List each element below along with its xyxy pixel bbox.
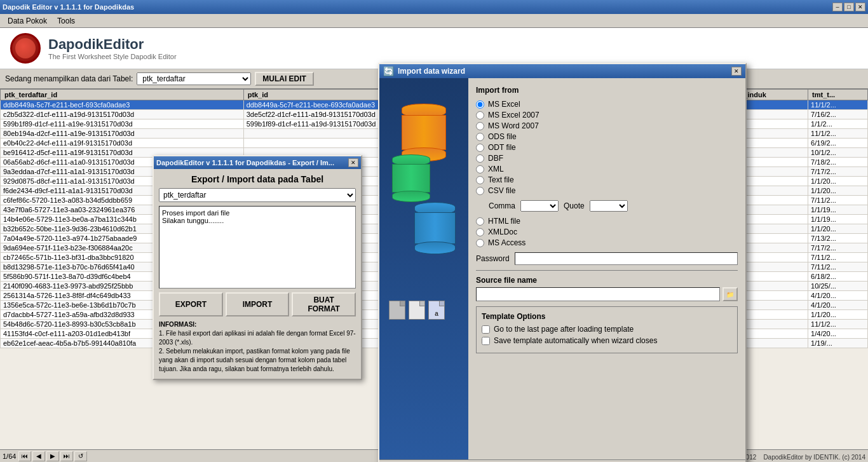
password-label: Password [476, 254, 510, 263]
logo-inner [15, 38, 36, 58]
export-button[interactable]: EXPORT [159, 292, 223, 316]
nav-next-button[interactable]: ▶ [46, 451, 59, 461]
radio-row-ms-excel: MS Excel [476, 100, 738, 109]
label-ms-excel-2007: MS Excel 2007 [488, 111, 539, 119]
wizard-right-panel: Import from MS Excel MS Excel 2007 MS Wo… [468, 78, 745, 459]
cell-1-0: c2b5d322-d1cf-e111-a19d-91315170d03d [1, 110, 244, 119]
import-button[interactable]: IMPORT [226, 292, 290, 316]
log-line-1: Proses import dari file [162, 209, 353, 217]
cell-20-5: 4/1/20... [808, 291, 868, 301]
radio-html-file[interactable] [476, 217, 484, 226]
import-options-group: MS Excel MS Excel 2007 MS Word 2007 ODS … [476, 100, 738, 195]
label-text-file: Text file [488, 175, 514, 184]
menu-data-pokok[interactable]: Data Pokok [3, 15, 52, 27]
browse-button[interactable]: 📁 [722, 287, 738, 301]
nav-last-button[interactable]: ⏭ [60, 451, 73, 461]
radio-row-html: HTML file [476, 217, 738, 226]
checkbox-row-2: Save template automatically when wizard … [482, 336, 732, 345]
comma-label: Comma [489, 201, 515, 210]
radio-row-text: Text file [476, 175, 738, 184]
col-header-0: ptk_terdaftar_id [1, 90, 244, 100]
cell-4-5: 6/19/2... [808, 139, 868, 148]
quote-select[interactable] [590, 200, 628, 212]
cell-17-5: 7/11/2... [808, 262, 868, 272]
radio-xmldoc[interactable] [476, 228, 484, 236]
radio-row-csv: CSV file [476, 186, 738, 195]
radio-csv-file[interactable] [476, 187, 484, 195]
label-ms-access: MS Access [488, 238, 526, 247]
radio-row-ms-access: MS Access [476, 238, 738, 247]
radio-row-ms-excel-2007: MS Excel 2007 [476, 111, 738, 119]
radio-row-dbf: DBF [476, 154, 738, 163]
radio-odt-file[interactable] [476, 144, 484, 152]
wizard-left-panel: a [379, 78, 468, 459]
cell-3-5: 11/1/2... [808, 129, 868, 139]
wizard-close-button[interactable]: ✕ [731, 67, 742, 76]
info-line-1: 1. File hasil export dari aplikasi ini a… [159, 330, 356, 346]
radio-dbf[interactable] [476, 154, 484, 163]
cell-10-5: 7/11/2... [808, 196, 868, 205]
radio-ms-word-2007[interactable] [476, 122, 484, 130]
radio-row-xml: XML [476, 165, 738, 173]
radio-xml[interactable] [476, 165, 484, 173]
password-input[interactable] [515, 252, 738, 265]
menu-tools[interactable]: Tools [52, 15, 80, 27]
cell-18-5: 6/18/2... [808, 272, 868, 282]
template-options-box: Template Options Go to the last page aft… [476, 306, 738, 353]
comma-select[interactable] [520, 200, 559, 212]
app-title-block: DapodikEditor The First Worksheet Style … [48, 36, 177, 60]
export-table-select[interactable]: ptk_terdaftar [159, 188, 356, 202]
cell-0-0: ddb8449a-5c7f-e211-becf-693cfa0adae3 [1, 100, 244, 110]
export-log-area: Proses import dari file Silakan tunggu..… [159, 206, 356, 289]
cell-22-5: 1/1/20... [808, 310, 868, 320]
nav-first-button[interactable]: ⏮ [18, 451, 31, 461]
go-last-page-checkbox[interactable] [482, 325, 490, 334]
radio-row-odt: ODT file [476, 143, 738, 152]
radio-ms-excel[interactable] [476, 100, 484, 109]
template-options-title: Template Options [482, 312, 732, 321]
radio-row-ms-word-2007: MS Word 2007 [476, 121, 738, 130]
export-dialog-close[interactable]: ✕ [348, 158, 358, 167]
wizard-content: a Import from MS Excel MS Exc [379, 78, 745, 459]
info-line-2: 2. Sebelum melakukan import, pastikan fo… [159, 348, 350, 372]
cell-25-5: 1/19/... [808, 339, 868, 348]
more-options-group: HTML file XMLDoc MS Access [476, 217, 738, 247]
cell-19-5: 10/25/... [808, 282, 868, 291]
radio-text-file[interactable] [476, 176, 484, 184]
window-controls: – □ ✕ [832, 3, 865, 11]
label-dbf: DBF [488, 154, 503, 163]
export-dialog-content: Export / Import data pada Tabel ptk_terd… [154, 169, 361, 379]
nav-prev-button[interactable]: ◀ [32, 451, 45, 461]
label-csv-file: CSV file [488, 186, 515, 195]
app-subtitle: The First Worksheet Style Dapodik Editor [48, 53, 177, 60]
cell-5-5: 10/1/2... [808, 148, 868, 158]
export-dialog-title-bar: DapodikEditor v 1.1.1.1 for Dapodikdas -… [154, 156, 361, 169]
minimize-button[interactable]: – [832, 3, 843, 11]
quote-label: Quote [564, 201, 585, 210]
radio-ms-access[interactable] [476, 239, 484, 247]
cell-15-5: 7/17/2... [808, 243, 868, 253]
buat-format-button[interactable]: BUAT FORMAT [292, 292, 356, 316]
source-file-label: Source file name [476, 276, 738, 285]
info-title: INFORMASI: [159, 321, 196, 328]
radio-row-xmldoc: XMLDoc [476, 228, 738, 236]
copyright-text-2: DapodikEditor by IDENTIK. (c) 2014 [763, 454, 865, 461]
source-file-input[interactable] [476, 287, 720, 301]
export-info-section: INFORMASI: 1. File hasil export dari apl… [159, 320, 356, 374]
cell-21-5: 4/1/20... [808, 301, 868, 310]
export-dialog-heading: Export / Import data pada Tabel [159, 174, 356, 184]
cell-2-0: 599b1f89-d1cf-e111-a19e-91315170d03d [1, 119, 244, 129]
cell-6-5: 7/18/2... [808, 158, 868, 167]
maximize-button[interactable]: □ [844, 3, 854, 11]
radio-ods-file[interactable] [476, 133, 484, 141]
mulai-edit-button[interactable]: MULAI EDIT [255, 72, 314, 86]
menu-bar: Data Pokok Tools [0, 14, 868, 28]
cell-1-5: 7/16/2... [808, 110, 868, 119]
close-button[interactable]: ✕ [855, 3, 865, 11]
save-auto-checkbox[interactable] [482, 337, 490, 345]
radio-ms-excel-2007[interactable] [476, 111, 484, 119]
table-selector-dropdown[interactable]: ptk_terdaftar [137, 72, 251, 85]
checkbox-row-1: Go to the last page after loading templa… [482, 325, 732, 334]
nav-refresh-button[interactable]: ↺ [74, 451, 87, 461]
cell-4-0: e0b40c22-d4cf-e111-a19f-91315170d03d [1, 139, 244, 148]
